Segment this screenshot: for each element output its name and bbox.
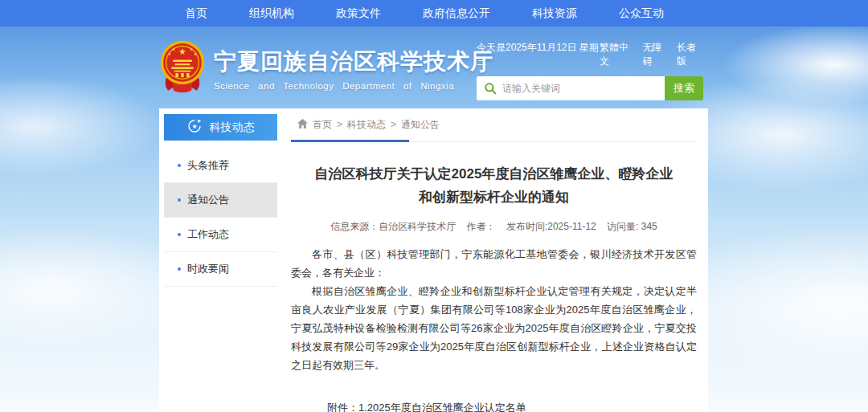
meta-author: 作者： <box>467 221 496 232</box>
article-body: 各市、县（区）科技管理部门，宁东能源化工基地管委会，银川经济技术开发区管委会，各… <box>291 245 697 374</box>
home-icon <box>297 119 308 131</box>
sidebar-item-label: 通知公告 <box>187 193 229 207</box>
nav-item-organization[interactable]: 组织机构 <box>249 6 294 21</box>
page: 首页 组织机构 政策文件 政府信息公开 科技资源 公众互动 ★ ★ ★ <box>0 0 868 412</box>
svg-text:★: ★ <box>168 51 172 56</box>
site-title: 宁夏回族自治区科学技术厅 <box>214 47 493 77</box>
sidebar-item-label: 工作动态 <box>187 227 229 242</box>
search-icon <box>484 82 497 95</box>
attachment-link[interactable]: 1.2025年度自治区雏鹰企业认定名单 <box>358 401 558 412</box>
attachments: 附件： 1.2025年度自治区雏鹰企业认定名单 2.2025年度自治区瞪羚企业认… <box>327 401 697 412</box>
meta-source: 信息来源：自治区科学技术厅 <box>330 221 456 232</box>
breadcrumb: 首页 > 科技动态 > 通知公告 <box>291 115 697 134</box>
search-button[interactable]: 搜索 <box>665 76 703 100</box>
search-input[interactable] <box>502 83 665 94</box>
nav-item-public-interaction[interactable]: 公众互动 <box>619 6 664 21</box>
bullet-dot-icon <box>178 164 181 167</box>
nav-item-gov-info-disclosure[interactable]: 政府信息公开 <box>423 6 490 21</box>
sidebar-header-tech-news[interactable]: ★ 科技动态 <box>164 114 277 141</box>
breadcrumb-separator: > <box>337 119 342 130</box>
accessibility-link[interactable]: 无障碍 <box>642 41 669 68</box>
bullet-dot-icon <box>178 233 181 236</box>
article-meta: 信息来源：自治区科学技术厅 作者： 发布时间:2025-11-12 访问量: 3… <box>291 220 697 234</box>
sidebar-item-work-news[interactable]: 工作动态 <box>164 218 277 252</box>
svg-text:★: ★ <box>194 51 198 56</box>
svg-text:★: ★ <box>172 47 176 51</box>
nav-item-tech-resources[interactable]: 科技资源 <box>532 6 577 21</box>
nav-item-home[interactable]: 首页 <box>185 6 207 21</box>
utility-links: 繁體中文 无障碍 长者版 <box>600 41 703 68</box>
breadcrumb-separator: > <box>391 119 396 130</box>
date-row: 今天是2025年11月12日 星期三 繁體中文 无障碍 长者版 <box>477 41 703 68</box>
breadcrumb-home[interactable]: 首页 <box>313 118 332 132</box>
svg-text:★: ★ <box>190 47 194 51</box>
star-circular-arrow-icon: ★ <box>187 119 202 136</box>
traditional-chinese-link[interactable]: 繁體中文 <box>600 41 635 68</box>
sidebar-item-label: 时政要闻 <box>187 262 229 276</box>
breadcrumb-divider <box>291 140 697 142</box>
current-date: 今天是2025年11月12日 星期三 <box>477 41 600 68</box>
nav-item-policy-documents[interactable]: 政策文件 <box>336 6 381 21</box>
senior-version-link[interactable]: 长者版 <box>677 41 703 68</box>
meta-visits: 访问量: 345 <box>607 221 657 232</box>
attachments-list: 1.2025年度自治区雏鹰企业认定名单 2.2025年度自治区瞪羚企业认定名单 … <box>358 401 558 412</box>
article-title: 自治区科技厅关于认定2025年度自治区雏鹰企业、瞪羚企业 和创新型标杆企业的通知 <box>291 162 697 209</box>
article-area: 首页 > 科技动态 > 通知公告 自治区科技厅关于认定2025年度自治区雏鹰企业… <box>291 115 697 412</box>
bullet-dot-icon <box>178 267 181 271</box>
site-subtitle: Science and Technology Department of Nin… <box>214 81 493 91</box>
sidebar-title: 科技动态 <box>210 120 255 135</box>
breadcrumb-tech-news[interactable]: 科技动态 <box>347 118 386 132</box>
attachments-label: 附件： <box>327 401 358 412</box>
article-title-line2: 和创新型标杆企业的通知 <box>291 186 697 209</box>
sidebar-item-headlines[interactable]: 头条推荐 <box>164 149 277 183</box>
sidebar-item-label: 头条推荐 <box>187 158 229 173</box>
sidebar-list: 头条推荐 通知公告 工作动态 时政要闻 <box>164 149 277 287</box>
site-header: ★ ★ ★ ★ ★ 宁夏回族自治区科学技术厅 Science and Techn… <box>0 27 868 108</box>
bullet-dot-icon <box>178 198 181 202</box>
article-title-line1: 自治区科技厅关于认定2025年度自治区雏鹰企业、瞪羚企业 <box>291 162 697 186</box>
header-right: 今天是2025年11月12日 星期三 繁體中文 无障碍 长者版 搜索 <box>477 41 703 100</box>
national-emblem-icon: ★ ★ ★ ★ ★ <box>158 39 207 97</box>
meta-publish-time: 发布时间:2025-11-12 <box>506 221 596 232</box>
search-bar: 搜索 <box>477 76 703 100</box>
body-paragraph: 根据自治区雏鹰企业、瞪羚企业和创新型标杆企业认定管理有关规定，决定认定半亩良人农… <box>291 282 697 374</box>
content-card: ★ 科技动态 头条推荐 通知公告 工作动态 <box>159 108 708 412</box>
sidebar-item-current-affairs[interactable]: 时政要闻 <box>164 252 277 287</box>
sidebar-item-notices[interactable]: 通知公告 <box>164 183 277 218</box>
sidebar: ★ 科技动态 头条推荐 通知公告 工作动态 <box>164 114 277 287</box>
site-logo-text: 宁夏回族自治区科学技术厅 Science and Technology Depa… <box>214 47 493 91</box>
body-paragraph: 各市、县（区）科技管理部门，宁东能源化工基地管委会，银川经济技术开发区管委会，各… <box>291 245 697 282</box>
svg-text:★: ★ <box>191 123 197 130</box>
top-navigation: 首页 组织机构 政策文件 政府信息公开 科技资源 公众互动 <box>0 0 868 27</box>
site-logo[interactable]: ★ ★ ★ ★ ★ 宁夏回族自治区科学技术厅 Science and Techn… <box>158 39 493 97</box>
breadcrumb-notices[interactable]: 通知公告 <box>401 118 440 132</box>
svg-text:★: ★ <box>178 47 186 56</box>
